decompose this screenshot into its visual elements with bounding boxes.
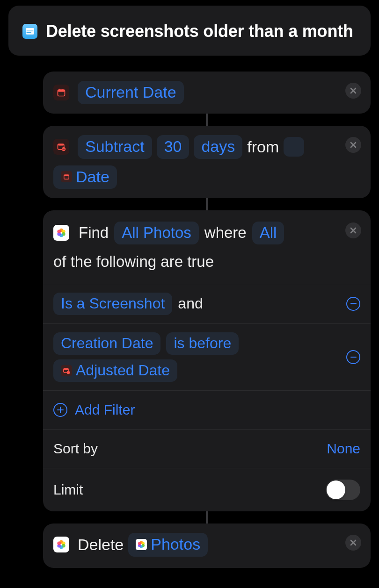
label-from: from <box>247 138 279 156</box>
svg-rect-20 <box>64 368 68 370</box>
add-filter-button[interactable]: Add Filter <box>43 391 371 430</box>
svg-point-33 <box>138 542 141 545</box>
token-all-photos[interactable]: All Photos <box>114 222 199 244</box>
token-amount[interactable]: 30 <box>157 135 190 158</box>
connector-line <box>206 511 208 523</box>
photos-app-icon <box>53 225 69 241</box>
remove-action-button[interactable] <box>345 137 361 153</box>
limit-row: Limit <box>43 468 371 511</box>
action-adjust-date[interactable]: Subtract 30 days from Date <box>43 126 371 198</box>
remove-filter-button[interactable] <box>346 297 360 311</box>
svg-rect-1 <box>26 28 34 30</box>
label-tail: of the following are true <box>53 250 340 274</box>
token-subtract[interactable]: Subtract <box>78 135 152 158</box>
token-adjusted-date-label: Adjusted Date <box>76 362 170 379</box>
action-current-date[interactable]: Current Date <box>43 72 371 114</box>
sort-by-value[interactable]: None <box>327 441 360 457</box>
photos-app-icon <box>53 537 69 552</box>
token-date-variable[interactable]: Date <box>53 165 117 189</box>
svg-rect-9 <box>58 144 64 146</box>
label-delete: Delete <box>78 536 124 554</box>
calendar-adjust-icon <box>53 139 69 155</box>
filter-row: Is a Screenshot and <box>43 284 371 324</box>
token-unit[interactable]: days <box>194 135 242 158</box>
connector-line <box>206 198 208 210</box>
remove-action-button[interactable] <box>345 535 361 551</box>
svg-rect-5 <box>58 90 65 92</box>
empty-token[interactable] <box>284 137 304 157</box>
svg-rect-2 <box>27 31 34 32</box>
svg-rect-12 <box>64 175 69 176</box>
remove-filter-button[interactable] <box>346 350 360 364</box>
svg-point-18 <box>57 230 61 234</box>
token-filter-operator[interactable]: is before <box>166 332 239 355</box>
token-current-date[interactable]: Current Date <box>78 81 184 104</box>
filter-row: Creation Date is before Adjusted Date <box>43 324 371 391</box>
shortcut-title[interactable]: Delete screenshots older than a month <box>46 21 353 43</box>
plus-icon <box>53 403 67 417</box>
token-photos-variable[interactable]: Photos <box>128 533 208 556</box>
label-find: Find <box>79 221 109 245</box>
limit-label: Limit <box>53 482 83 498</box>
find-header: Find All Photos where All of the followi… <box>43 210 371 284</box>
calendar-adjust-mini-icon <box>61 365 72 376</box>
remove-action-button[interactable] <box>345 222 361 238</box>
label-and: and <box>178 295 203 312</box>
calendar-icon <box>53 85 69 100</box>
actions-column: Current Date Subtract 30 days from <box>43 72 371 568</box>
switch-knob <box>327 480 345 499</box>
connector-line <box>206 114 208 126</box>
calendar-mini-icon <box>61 171 72 182</box>
photos-mini-icon <box>136 539 147 550</box>
label-where: where <box>204 221 247 245</box>
add-filter-label: Add Filter <box>75 402 135 418</box>
token-adjusted-date-variable[interactable]: Adjusted Date <box>53 359 177 382</box>
token-photos-label: Photos <box>151 536 200 553</box>
token-filter-field[interactable]: Creation Date <box>53 332 160 355</box>
sort-by-label: Sort by <box>53 441 98 457</box>
svg-rect-3 <box>27 32 32 33</box>
svg-point-27 <box>57 542 61 545</box>
token-filter-field[interactable]: Is a Screenshot <box>53 293 172 315</box>
svg-point-21 <box>67 371 70 374</box>
shortcut-app-icon <box>22 24 37 39</box>
remove-action-button[interactable] <box>345 83 361 99</box>
action-find-photos[interactable]: Find All Photos where All of the followi… <box>43 210 371 511</box>
limit-toggle[interactable] <box>326 480 360 500</box>
token-combinator[interactable]: All <box>252 222 284 244</box>
token-date-variable-label: Date <box>76 168 109 186</box>
sort-by-row: Sort by None <box>43 430 371 468</box>
action-delete-photos[interactable]: Delete Photos <box>43 523 371 567</box>
shortcut-title-card: Delete screenshots older than a month <box>8 6 371 56</box>
